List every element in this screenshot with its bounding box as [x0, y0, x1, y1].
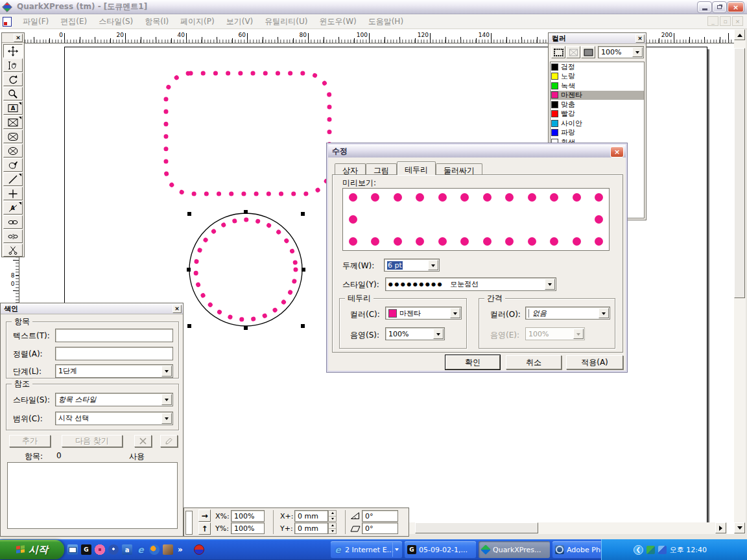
- scissors-tool-button[interactable]: [3, 244, 23, 257]
- close-icon[interactable]: ×: [635, 34, 645, 43]
- close-button[interactable]: ×: [610, 146, 624, 158]
- selection-handle[interactable]: [301, 324, 305, 328]
- selection-handle[interactable]: [187, 212, 191, 216]
- bezier-picture-box-tool-button[interactable]: [3, 158, 23, 172]
- document-icon[interactable]: [3, 17, 12, 27]
- rotate-tool-button[interactable]: [3, 73, 23, 86]
- media-player-icon[interactable]: [149, 544, 160, 555]
- line-tool-button[interactable]: [3, 172, 23, 186]
- outlook-express-icon[interactable]: [67, 544, 78, 555]
- more-icons-chevron[interactable]: »: [178, 545, 183, 554]
- menu-item[interactable]: 보기(V): [220, 15, 259, 29]
- y-scale-input[interactable]: 100%: [231, 522, 265, 534]
- shade-mode-button[interactable]: [581, 46, 595, 58]
- dialog-tab[interactable]: 그림: [366, 163, 397, 175]
- link-tool-button[interactable]: [3, 215, 23, 229]
- color-list-item[interactable]: 검정: [551, 62, 644, 72]
- menu-item[interactable]: 유틸리티(U): [259, 15, 313, 29]
- menu-item[interactable]: 페이지(P): [174, 15, 220, 29]
- scroll-down-button[interactable]: [734, 522, 745, 533]
- menu-item[interactable]: 편집(E): [54, 15, 93, 29]
- width-combo[interactable]: 6 pt: [384, 259, 440, 272]
- text-app-icon[interactable]: [122, 544, 132, 555]
- flip-horizontal-button[interactable]: →: [198, 509, 211, 522]
- dotted-circle-box[interactable]: [187, 211, 305, 329]
- sort-as-input[interactable]: [55, 347, 173, 360]
- dialog-tab[interactable]: 둘러싸기: [436, 163, 482, 175]
- minimize-button[interactable]: [698, 2, 711, 12]
- vertical-scroll-thumb[interactable]: [734, 48, 745, 298]
- selection-handle[interactable]: [301, 212, 305, 216]
- korean-ime-icon[interactable]: [194, 544, 204, 555]
- rounded-picture-box-tool-button[interactable]: [3, 130, 23, 143]
- text-path-tool-button[interactable]: A: [3, 201, 23, 215]
- color-list-item[interactable]: 마젠타: [551, 91, 644, 100]
- content-tool-button[interactable]: [3, 58, 23, 72]
- taskbar-task-button[interactable]: QuarkXPres...: [479, 541, 550, 558]
- text-input[interactable]: [55, 329, 173, 342]
- gap-shade-combo[interactable]: 100%: [525, 327, 585, 340]
- ok-button[interactable]: 확인: [445, 355, 500, 369]
- menu-item[interactable]: 파일(F): [17, 15, 54, 29]
- frame-shade-combo[interactable]: 100%: [385, 327, 445, 340]
- modify-dialog-titlebar[interactable]: 수정 ×: [328, 145, 626, 158]
- taskbar-task-button[interactable]: 2 Internet E...: [331, 541, 402, 558]
- menu-item[interactable]: 도움말(H): [362, 15, 409, 29]
- dropdown-button[interactable]: [433, 329, 444, 339]
- style-combo[interactable]: 항목 스타일: [55, 393, 173, 406]
- taskbar-task-button[interactable]: 05-09-02-1,...: [405, 541, 476, 558]
- color-list-item[interactable]: 맞춤: [551, 100, 644, 110]
- dropdown-button[interactable]: [161, 413, 172, 424]
- dropdown-button[interactable]: [632, 47, 643, 57]
- media-app-icon[interactable]: [108, 544, 119, 555]
- windows-update-icon[interactable]: [658, 546, 667, 554]
- image-viewer-icon[interactable]: [81, 544, 91, 555]
- color-list-item[interactable]: 노랑: [551, 72, 644, 82]
- unlink-tool-button[interactable]: [3, 229, 23, 243]
- rotation-input[interactable]: 0°: [362, 510, 398, 522]
- tray-collapse-chevron-icon[interactable]: ❮: [634, 545, 643, 555]
- level-combo[interactable]: 1단계: [55, 364, 173, 378]
- photo-app-icon[interactable]: [163, 544, 173, 555]
- oval-picture-box-tool-button[interactable]: [3, 144, 23, 158]
- mdi-close-button[interactable]: ×: [732, 16, 743, 26]
- y-offset-stepper[interactable]: [328, 522, 337, 534]
- step-down-icon[interactable]: [329, 517, 336, 522]
- scope-combo[interactable]: 시작 선택: [55, 412, 173, 425]
- dialog-tab[interactable]: 상자: [335, 163, 366, 175]
- dropdown-button[interactable]: [428, 260, 438, 270]
- color-list-item[interactable]: 사이안: [551, 119, 644, 128]
- scroll-right-button[interactable]: [715, 522, 726, 533]
- text-box-tool-button[interactable]: A: [3, 101, 23, 115]
- apply-button[interactable]: 적용(A): [566, 355, 623, 369]
- index-palette-titlebar[interactable]: 색인 ×: [1, 303, 183, 314]
- close-icon[interactable]: ×: [172, 305, 182, 313]
- selection-handle[interactable]: [244, 210, 248, 214]
- dropdown-button[interactable]: [161, 366, 172, 377]
- item-tool-button[interactable]: [3, 44, 23, 58]
- dotted-rounded-rectangle-box[interactable]: [163, 70, 333, 197]
- selection-handle[interactable]: [302, 268, 305, 272]
- horizontal-scroll-thumb[interactable]: [415, 522, 538, 533]
- flower-app-icon[interactable]: [95, 544, 105, 555]
- rectangle-picture-box-tool-button[interactable]: [3, 115, 23, 129]
- find-next-button[interactable]: 다음 찾기: [62, 435, 123, 447]
- mdi-minimize-button[interactable]: _: [707, 16, 718, 26]
- gap-color-combo[interactable]: 없음: [525, 307, 610, 320]
- tool-palette-header[interactable]: ×: [2, 33, 24, 43]
- scroll-up-button[interactable]: [734, 29, 745, 40]
- style-combo[interactable]: ●●●●●●●●● 모눈점선: [385, 277, 556, 291]
- skew-input[interactable]: 0°: [362, 522, 398, 534]
- color-list-item[interactable]: 빨강: [551, 110, 644, 119]
- dropdown-button[interactable]: [573, 329, 584, 339]
- index-entries-list[interactable]: [7, 462, 178, 529]
- y-offset-input[interactable]: 0 mm: [294, 522, 328, 534]
- restore-button[interactable]: [713, 2, 726, 12]
- frame-mode-button[interactable]: [551, 46, 565, 58]
- close-button[interactable]: ×: [728, 2, 744, 12]
- dropdown-button[interactable]: [599, 308, 609, 318]
- dropdown-button[interactable]: [545, 279, 555, 290]
- add-button[interactable]: 추가: [9, 435, 51, 447]
- network-status-icon[interactable]: [646, 546, 655, 554]
- step-up-icon[interactable]: [329, 511, 336, 517]
